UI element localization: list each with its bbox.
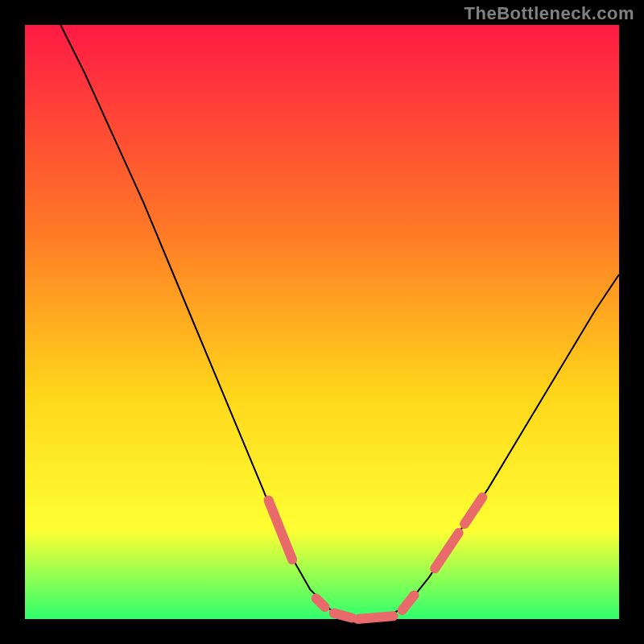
bottleneck-curve-chart: [0, 0, 644, 644]
marker-segment: [316, 598, 325, 607]
marker-segment: [357, 616, 393, 619]
marker-segment: [334, 613, 352, 618]
chart-frame: { "watermark": "TheBottleneck.com", "col…: [0, 0, 644, 644]
plot-background: [25, 25, 619, 619]
watermark-text: TheBottleneck.com: [464, 3, 634, 24]
